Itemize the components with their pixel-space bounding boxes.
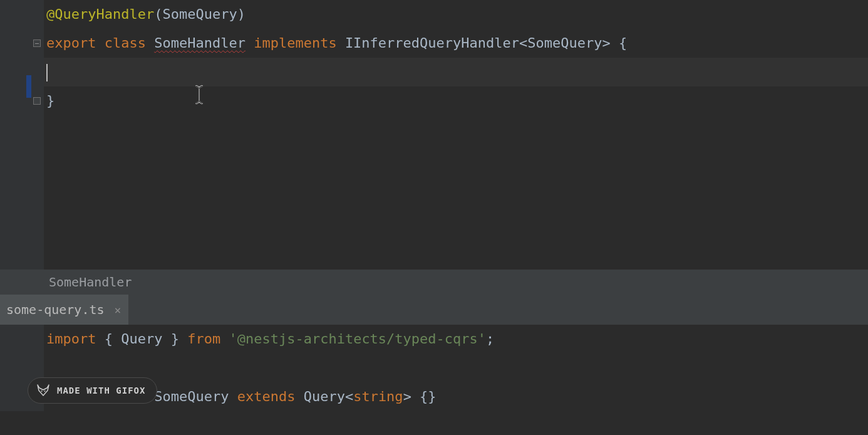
string-token: '@nestjs-architects/typed-cqrs' [229, 331, 486, 347]
gifox-fox-icon [36, 383, 51, 398]
brace-token: { [611, 35, 628, 51]
paren-open: ( [154, 6, 162, 22]
close-icon[interactable]: × [115, 303, 121, 317]
implements-keyword: implements [254, 35, 336, 51]
lt-token: < [519, 35, 527, 51]
tab-some-query[interactable]: some-query.ts × [0, 295, 128, 325]
tab-bar: some-query.ts × [0, 295, 868, 325]
code-line[interactable]: @QueryHandler(SomeQuery) [44, 0, 868, 29]
breadcrumb-item[interactable]: SomeHandler [49, 275, 132, 290]
import-keyword: import [46, 331, 96, 347]
gutter-top [0, 0, 44, 270]
lt-token: < [345, 389, 353, 404]
gifox-badge[interactable]: MADE WITH GIFOX [28, 377, 157, 404]
gt-token: > [602, 35, 611, 51]
export-keyword: export [46, 35, 96, 51]
extends-keyword: extends [237, 389, 296, 404]
breadcrumb-bar[interactable]: SomeHandler [0, 270, 868, 295]
generic-token: string [353, 389, 403, 404]
brace-open: { [96, 331, 121, 347]
arg-token: SomeQuery [162, 6, 237, 22]
from-keyword: from [187, 331, 220, 347]
code-line-empty[interactable] [44, 354, 868, 382]
brace-close-token: } [46, 93, 54, 108]
gt-token: > [403, 389, 411, 404]
decorator-token: @QueryHandler [46, 6, 154, 22]
fold-end-icon[interactable] [33, 97, 41, 105]
braces-token: {} [411, 389, 437, 404]
caret [46, 64, 48, 81]
gifox-label: MADE WITH GIFOX [57, 385, 145, 396]
import-name: Query [121, 331, 162, 347]
tab-label: some-query.ts [6, 302, 105, 317]
code-area-bottom[interactable]: import { Query } from '@nestjs-architect… [44, 325, 868, 411]
fold-minus-icon[interactable] [33, 39, 41, 48]
class-name-token: SomeHandler [154, 35, 245, 51]
class-name-token: SomeQuery [154, 389, 229, 404]
code-area-top[interactable]: @QueryHandler(SomeQuery) export class So… [44, 0, 868, 270]
paren-close: ) [237, 6, 245, 22]
code-line[interactable]: export class SomeHandler implements IInf… [44, 29, 868, 58]
code-line[interactable]: import { Query } from '@nestjs-architect… [44, 325, 868, 354]
code-line[interactable]: export class SomeQuery extends Query<str… [44, 382, 868, 411]
class-keyword: class [105, 35, 146, 51]
selection-marker [26, 75, 31, 98]
interface-token: IInferredQueryHandler [345, 35, 519, 51]
editor-top-pane[interactable]: @QueryHandler(SomeQuery) export class So… [0, 0, 868, 270]
super-token: Query [304, 389, 345, 404]
generic-token: SomeQuery [527, 35, 602, 51]
brace-close: } [162, 331, 187, 347]
code-line[interactable]: } [44, 86, 868, 115]
code-line-current[interactable] [44, 58, 868, 86]
semi-token: ; [486, 331, 494, 347]
